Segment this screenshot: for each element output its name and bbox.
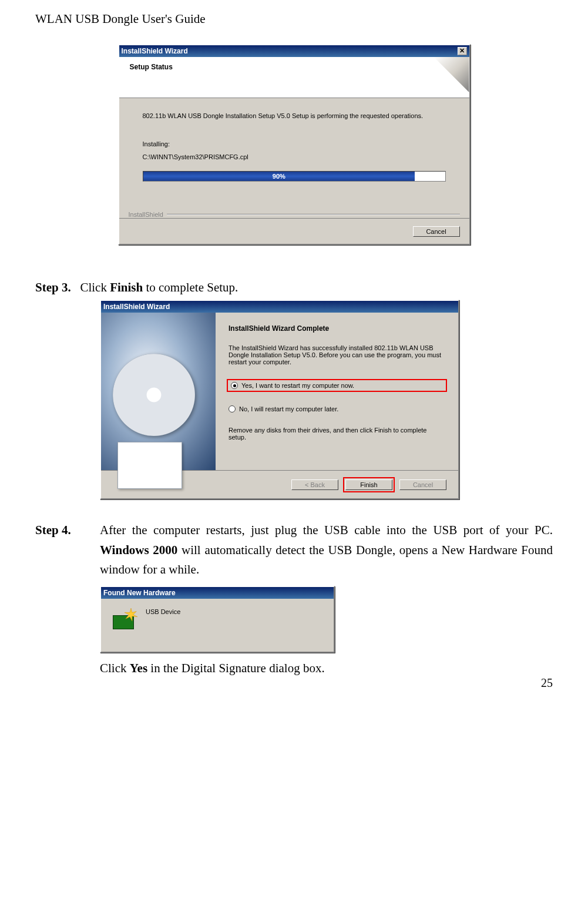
window-title: InstallShield Wizard (122, 47, 188, 55)
progress-fill: 90% (143, 172, 415, 181)
wizard-header-strip: Setup Status (119, 57, 469, 98)
cd-icon (113, 354, 195, 436)
titlebar: Found New Hardware (101, 587, 334, 599)
titlebar: InstallShield Wizard (101, 301, 458, 313)
setup-status-title: Setup Status (130, 63, 459, 71)
hardware-icon (112, 608, 137, 630)
wizard-side-graphic (101, 313, 216, 470)
window-title: InstallShield Wizard (103, 303, 170, 311)
complete-title: InstallShield Wizard Complete (229, 324, 445, 333)
install-path: C:\WINNT\System32\PRISMCFG.cpl (143, 153, 446, 160)
radio-icon (231, 382, 238, 389)
setup-message: 802.11b WLAN USB Dongle Installation Set… (143, 112, 446, 119)
step-4-instruction: Step 4. After the computer restarts, jus… (35, 521, 553, 580)
page-curl-decoration (434, 57, 469, 92)
step-4-click-yes: Click Yes in the Digital Signature dialo… (100, 659, 553, 679)
radio-restart-later-label: No, I will restart my computer later. (239, 405, 338, 412)
progress-bar: 90% (143, 171, 446, 182)
radio-restart-later[interactable]: No, I will restart my computer later. (229, 405, 445, 412)
box-icon (117, 442, 182, 489)
page-number: 25 (541, 676, 553, 690)
radio-restart-now-label: Yes, I want to restart my computer now. (241, 382, 354, 389)
back-button[interactable]: < Back (291, 479, 338, 490)
svg-marker-0 (125, 608, 137, 621)
installshield-brand: InstallShield (129, 211, 163, 218)
complete-description: The InstallShield Wizard has successfull… (229, 344, 445, 365)
installing-label: Installing: (143, 140, 446, 147)
found-new-hardware-window: Found New Hardware USB Device (100, 586, 335, 653)
installshield-status-window: InstallShield Wizard ✕ Setup Status 802.… (118, 44, 471, 245)
finish-button[interactable]: Finish (345, 479, 392, 490)
burst-icon (125, 608, 137, 621)
installshield-complete-window: InstallShield Wizard InstallShield Wizar… (100, 300, 459, 499)
step-3-instruction: Step 3. Click Finish to complete Setup. (35, 280, 553, 295)
doc-header: WLAN USB Dongle User's Guide (35, 12, 553, 26)
cancel-button[interactable]: Cancel (399, 479, 446, 490)
radio-icon (229, 405, 236, 412)
close-icon[interactable]: ✕ (458, 47, 467, 55)
step-3-label: Step 3. (35, 280, 71, 294)
device-name: USB Device (146, 608, 180, 615)
radio-restart-now[interactable]: Yes, I want to restart my computer now. (229, 381, 445, 390)
window-title: Found New Hardware (103, 589, 176, 597)
cancel-button[interactable]: Cancel (413, 226, 460, 237)
remove-disks-text: Remove any disks from their drives, and … (229, 427, 445, 441)
divider-line (167, 214, 460, 215)
titlebar: InstallShield Wizard ✕ (119, 45, 469, 57)
